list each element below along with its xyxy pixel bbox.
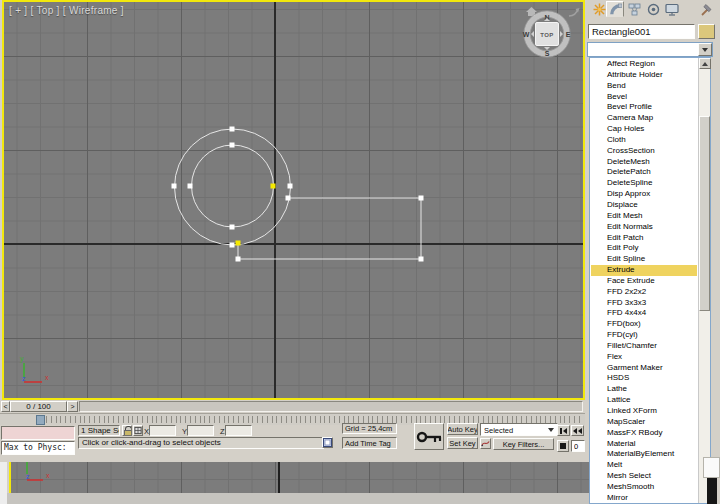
modifier-item-cloth[interactable]: Cloth	[591, 135, 697, 146]
transform-gizmo-toggle[interactable]	[133, 425, 143, 436]
hierarchy-boxes-icon	[628, 3, 641, 16]
viewcube-arrow-east-icon[interactable]	[560, 31, 563, 37]
modifier-item-meshsmooth[interactable]: MeshSmooth	[591, 482, 697, 493]
modifier-item-lattice[interactable]: Lattice	[591, 395, 697, 406]
modifier-list-scrollbar[interactable]	[698, 58, 710, 503]
time-next-button[interactable]: >	[67, 401, 78, 412]
tab-utilities[interactable]	[697, 2, 712, 16]
viewport-label[interactable]: [ + ] [ Top ] [ Wireframe ]	[9, 5, 124, 16]
set-keys-button[interactable]	[414, 423, 444, 450]
tab-motion[interactable]	[646, 2, 661, 16]
viewcube[interactable]: N E S W TOP	[513, 3, 583, 65]
selection-lock-button[interactable]	[122, 425, 132, 436]
viewcube-south-label[interactable]: S	[545, 50, 550, 57]
modifier-item-edit-poly[interactable]: Edit Poly	[591, 243, 697, 254]
time-slider-thumb[interactable]: 0 / 100	[10, 401, 67, 412]
modifier-item-hsds[interactable]: HSDS	[591, 373, 697, 384]
modifier-item-disp-approx[interactable]: Disp Approx	[591, 189, 697, 200]
modifier-item-face-extrude[interactable]: Face Extrude	[591, 276, 697, 287]
key-mode-toggle-button[interactable]	[557, 440, 569, 452]
modifier-item-materialbyelement[interactable]: MaterialByElement	[591, 449, 697, 460]
object-color-swatch[interactable]	[698, 24, 715, 39]
viewport-grid[interactable]: [ + ] [ Top ] [ Wireframe ] N E S W	[4, 2, 583, 398]
modifier-item-lathe[interactable]: Lathe	[591, 384, 697, 395]
modifier-dropdown[interactable]	[587, 42, 713, 57]
tripod-z-label: z	[26, 473, 30, 480]
scroll-up-button[interactable]	[699, 58, 711, 69]
modifier-item-fillet-chamfer[interactable]: Fillet/Chamfer	[591, 341, 697, 352]
viewport-bottom[interactable]: z x	[11, 462, 589, 493]
panel-corner-dark-patch	[707, 478, 717, 504]
tab-modify[interactable]	[606, 1, 624, 17]
modifier-item-affect-region[interactable]: Affect Region	[591, 59, 697, 70]
maxscript-mini-listener-pink[interactable]	[1, 426, 75, 440]
modifier-item-deletepatch[interactable]: DeletePatch	[591, 167, 697, 178]
modifier-item-mirror[interactable]: Mirror	[591, 493, 697, 503]
tangent-curve-icon	[481, 439, 490, 448]
previous-frame-button[interactable]	[571, 425, 584, 436]
modifier-item-camera-map[interactable]: Camera Map	[591, 113, 697, 124]
selection-region-button[interactable]	[322, 437, 333, 448]
modifier-item-edit-normals[interactable]: Edit Normals	[591, 222, 697, 233]
modifier-item-attribute-holder[interactable]: Attribute Holder	[591, 70, 697, 81]
modifier-item-linked-xform[interactable]: Linked XForm	[591, 406, 697, 417]
scrollbar-thumb[interactable]	[699, 116, 710, 311]
lock-icon	[123, 426, 131, 435]
time-slider-track[interactable]	[79, 401, 583, 412]
time-prev-button[interactable]: <	[1, 401, 10, 412]
modifier-item-flex[interactable]: Flex	[591, 352, 697, 363]
motion-circles-icon	[647, 3, 660, 16]
modifier-item-ffd-2x2x2[interactable]: FFD 2x2x2	[591, 287, 697, 298]
modifier-item-extrude[interactable]: Extrude	[591, 265, 697, 276]
viewcube-rotate-icon[interactable]	[569, 8, 580, 16]
modifier-item-garment-maker[interactable]: Garment Maker	[591, 363, 697, 374]
chevron-down-icon	[702, 48, 708, 52]
go-to-start-button[interactable]	[557, 425, 570, 436]
set-key-button[interactable]: Set Key	[447, 437, 478, 449]
modifier-item-cap-holes[interactable]: Cap Holes	[591, 124, 697, 135]
current-frame-field[interactable]	[571, 440, 585, 452]
maxscript-mini-listener-white[interactable]: Max to Physc:	[1, 441, 75, 455]
tab-hierarchy[interactable]	[627, 2, 642, 16]
modifier-item-edit-patch[interactable]: Edit Patch	[591, 233, 697, 244]
modifier-item-crosssection[interactable]: CrossSection	[591, 146, 697, 157]
key-mode-combo[interactable]: Selected	[480, 423, 558, 436]
tripod-x-label: x	[45, 374, 49, 381]
modifier-item-mapscaler[interactable]: MapScaler	[591, 417, 697, 428]
modifier-item-bevel[interactable]: Bevel	[591, 92, 697, 103]
modifier-item-edit-mesh[interactable]: Edit Mesh	[591, 211, 697, 222]
modifier-item-melt[interactable]: Melt	[591, 460, 697, 471]
viewport-top[interactable]: [ + ] [ Top ] [ Wireframe ] N E S W	[2, 0, 585, 400]
viewcube-arrow-west-icon[interactable]	[531, 31, 534, 37]
add-time-tag[interactable]: Add Time Tag	[342, 437, 397, 449]
modifier-item-deletemesh[interactable]: DeleteMesh	[591, 157, 697, 168]
modifier-item-mesh-select[interactable]: Mesh Select	[591, 471, 697, 482]
key-filters-button[interactable]: Key Filters...	[493, 438, 554, 450]
modifier-item-ffd-3x3x3[interactable]: FFD 3x3x3	[591, 298, 697, 309]
tab-create[interactable]	[592, 2, 607, 16]
modifier-item-massfx-rbody[interactable]: MassFX RBody	[591, 428, 697, 439]
triangle-left-icon	[563, 428, 567, 434]
key-tangent-button[interactable]	[480, 438, 491, 449]
object-name-field[interactable]: Rectangle001	[588, 24, 695, 39]
modifier-item-displace[interactable]: Displace	[591, 200, 697, 211]
z-coord-field[interactable]	[225, 425, 252, 436]
tab-display[interactable]	[664, 2, 679, 16]
modifier-item-ffd-cyl-[interactable]: FFD(cyl)	[591, 330, 697, 341]
modifier-item-bevel-profile[interactable]: Bevel Profile	[591, 102, 697, 113]
viewcube-east-label[interactable]: E	[566, 31, 571, 38]
modifier-item-material[interactable]: Material	[591, 439, 697, 450]
x-coord-field[interactable]	[149, 425, 176, 436]
bottom-left-panel-edge	[0, 462, 7, 504]
modifier-item-ffd-box-[interactable]: FFD(box)	[591, 319, 697, 330]
modifier-dropdown-arrow[interactable]	[698, 43, 712, 56]
modifier-item-bend[interactable]: Bend	[591, 81, 697, 92]
auto-key-button[interactable]: Auto Key	[447, 423, 478, 435]
viewcube-west-label[interactable]: W	[523, 31, 530, 38]
modifier-item-edit-spline[interactable]: Edit Spline	[591, 254, 697, 265]
y-coord-field[interactable]	[187, 425, 214, 436]
modifier-item-deletespline[interactable]: DeleteSpline	[591, 178, 697, 189]
shape-svg[interactable]	[4, 2, 583, 398]
tripod-z-label: z	[22, 375, 26, 382]
modifier-item-ffd-4x4x4[interactable]: FFD 4x4x4	[591, 308, 697, 319]
